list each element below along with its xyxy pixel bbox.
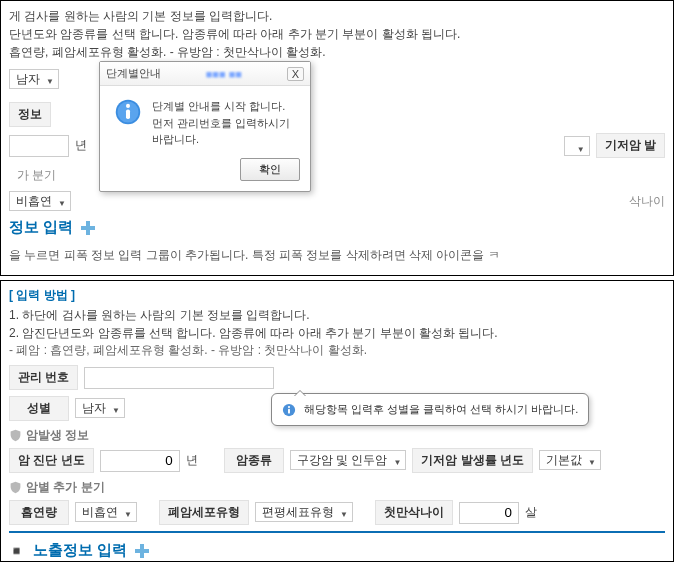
instruction-subline: - 폐암 : 흡연량, 폐암세포유형 활성화. - 유방암 : 첫만삭나이 활성… [9,342,665,359]
instruction-line: 1. 하단에 검사를 원하는 사람의 기본 정보를 입력합니다. [9,306,665,324]
dialog-blur-text: ■■■ ■■ [206,68,242,80]
top-panel: 게 검사를 원하는 사람의 기본 정보를 입력합니다. 단년도와 암종류를 선택… [0,0,674,276]
diag-year-input[interactable] [100,450,180,472]
exposure-title: 노출정보 입력 [33,541,127,560]
group-cancer-info: 암발생 정보 [9,427,665,444]
samnai-label: 삭나이 [629,193,665,210]
cancer-type-select[interactable]: 구강암 및 인두암 [290,450,407,470]
group-label: 암발생 정보 [26,427,89,444]
smoking-select[interactable]: 비흡연 [9,191,71,211]
group-extra-branch: 암별 추가 분기 [9,479,665,496]
hidden-select[interactable] [564,136,590,156]
svg-rect-5 [126,109,130,119]
info-icon [114,98,142,126]
close-icon[interactable]: X [287,67,304,81]
instruction-line: 흡연량, 폐암세포유형 활성화. - 유방암 : 첫만삭나이 활성화. [9,43,665,61]
bottom-panel: [ 입력 방법 ] 1. 하단에 검사를 원하는 사람의 기본 정보를 입력합니… [0,280,674,562]
dialog-title: 단계별안내 [106,66,161,81]
dialog-text: 단계별 안내를 시작 합니다. 먼저 관리번호를 입력하시기 바랍니다. [152,98,296,148]
group-label: 암별 추가 분기 [26,479,105,496]
instruction-line: 2. 암진단년도와 암종류를 선택 합니다. 암종류에 따라 아래 추가 분기 … [9,324,665,342]
base-rate-select[interactable]: 기본값 [539,450,601,470]
lung-cell-select[interactable]: 편평세표유형 [255,502,353,522]
mgmt-no-label: 관리 번호 [9,365,78,390]
bullet-icon: ◾ [9,544,24,558]
top-instructions: 게 검사를 원하는 사람의 기본 정보를 입력합니다. 단년도와 암종류를 선택… [9,7,665,61]
svg-rect-1 [81,226,95,230]
dialog-titlebar: 단계별안내 ■■■ ■■ X [100,62,310,86]
base-rate-label: 기저암 발생률 년도 [412,448,533,473]
section-title: 정보 입력 [9,218,73,237]
gender-select[interactable]: 남자 [9,69,59,89]
diag-year-label: 암 진단 년도 [9,448,94,473]
smoking-label: 흡연량 [9,500,69,525]
smoking-row: 비흡연 삭나이 [9,193,665,210]
dialog-msg: 단계별 안내를 시작 합니다. [152,98,296,115]
instruction-line: 단년도와 암종류를 선택 합니다. 암종류에 따라 아래 추가 분기 부분이 활… [9,25,665,43]
first-age-label: 첫만삭나이 [375,500,453,525]
info-icon [282,403,296,417]
jb-label: 정보 [9,102,51,127]
lung-cell-label: 폐암세포유형 [159,500,249,525]
field-tooltip: 해당항목 입력후 성별을 클릭하여 선택 하시기 바랍니다. [271,393,589,426]
diag-year-input[interactable] [9,135,69,157]
instructions-title: [ 입력 방법 ] [9,287,665,304]
step-guide-dialog: 단계별안내 ■■■ ■■ X 단계별 안내를 시작 합니다. 먼저 관리번호를 … [99,61,311,192]
ok-button[interactable]: 확인 [240,158,300,181]
smoking-select[interactable]: 비흡연 [75,502,137,522]
add-exposure-icon[interactable] [133,542,151,560]
branch-row: 흡연량 비흡연 폐암세포유형 편평세표유형 첫만삭나이 살 [9,500,665,525]
svg-rect-7 [135,549,149,553]
svg-point-4 [126,104,130,108]
section-desc: 을 누르면 피폭 정보 입력 그룹이 추가됩니다. 특정 피폭 정보를 삭제하려… [9,247,665,264]
instruction-line: 게 검사를 원하는 사람의 기본 정보를 입력합니다. [9,7,665,25]
add-group-icon[interactable] [79,219,97,237]
first-age-input[interactable] [459,502,519,524]
year-unit: 년 [75,137,87,154]
dialog-msg: 먼저 관리번호를 입력하시기 바랍니다. [152,115,296,148]
gender-label: 성별 [9,396,69,421]
mgmt-row: 관리 번호 [9,365,665,390]
diag-year-row: 암 진단 년도 년 암종류 구강암 및 인두암 기저암 발생률 년도 기본값 [9,448,665,473]
gabungi-label: 가 분기 [9,164,64,187]
divider [9,531,665,533]
instructions-list: 1. 하단에 검사를 원하는 사람의 기본 정보를 입력합니다. 2. 암진단년… [9,306,665,342]
gender-select[interactable]: 남자 [75,398,125,418]
tooltip-text: 해당항목 입력후 성별을 클릭하여 선택 하시기 바랍니다. [304,402,578,417]
shield-icon [9,429,22,442]
year-unit: 년 [186,452,198,469]
exposure-section-head: ◾ 노출정보 입력 [9,541,665,560]
section-head: 정보 입력 [9,218,665,237]
svg-rect-10 [288,408,290,413]
shield-icon [9,481,22,494]
age-unit: 살 [525,504,537,521]
gijeoam-label: 기저암 발 [596,133,665,158]
cancer-type-label: 암종류 [224,448,284,473]
mgmt-no-input[interactable] [84,367,274,389]
svg-point-9 [288,405,290,407]
